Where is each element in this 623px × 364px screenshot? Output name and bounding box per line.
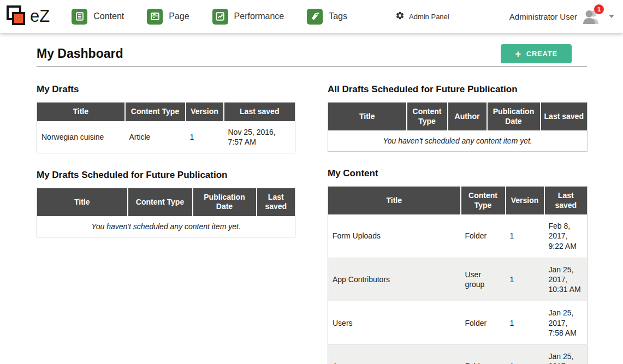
all-drafts-scheduled-panel: All Drafts Scheduled for Future Publicat… — [328, 84, 587, 152]
empty-row: You haven't scheduled any content item y… — [37, 216, 295, 237]
user-avatar-button[interactable]: 1 — [582, 9, 601, 24]
table-header-row: Title Content Type Publication Date Last… — [37, 188, 295, 216]
my-content-panel: My Content Title Content Type Version La… — [328, 168, 587, 364]
cell-title: App Contributors — [328, 258, 461, 301]
my-drafts-panel: My Drafts Title Content Type Version Las… — [37, 84, 295, 153]
admin-panel-label: Admin Panel — [409, 13, 449, 21]
column-header-content-type: Content Type — [461, 187, 506, 215]
cell-content-type: Article — [125, 121, 186, 153]
cell-version: 1 — [506, 258, 544, 301]
table-header-row: Title Content Type Version Last saved — [37, 103, 295, 121]
column-header-publication-date: Publication Date — [487, 103, 541, 131]
column-header-content-type: Content Type — [128, 188, 193, 216]
column-header-title: Title — [328, 103, 407, 131]
column-header-title: Title — [328, 187, 461, 215]
notification-badge: 1 — [594, 4, 604, 14]
column-header-version: Version — [506, 187, 544, 215]
nav-item-performance[interactable]: Performance — [212, 9, 284, 25]
ez-logo-icon — [5, 4, 26, 29]
table-header-row: Title Content Type Author Publication Da… — [328, 103, 588, 131]
plus-icon: + — [515, 51, 521, 57]
table-row[interactable]: Norwegian cuisine Article 1 Nov 25, 2016… — [37, 121, 295, 153]
column-header-content-type: Content Type — [125, 103, 186, 121]
cell-last-saved: Jan 25, 2017, 7:55 AM — [544, 344, 588, 364]
my-drafts-scheduled-panel: My Drafts Scheduled for Future Publicati… — [37, 170, 295, 237]
nav-item-content[interactable]: Content — [72, 9, 124, 25]
main-nav: Content Page Performance — [72, 9, 347, 25]
page-title: My Dashboard — [37, 46, 123, 61]
content-icon — [72, 9, 87, 25]
cell-last-saved: Nov 25, 2016, 7:57 AM — [224, 121, 295, 153]
chevron-down-icon[interactable] — [609, 15, 614, 18]
admin-panel-button[interactable]: Admin Panel — [395, 11, 449, 22]
nav-label-performance: Performance — [234, 11, 284, 21]
cell-content-type: Folder — [461, 301, 506, 345]
gear-icon — [395, 11, 405, 22]
empty-message: You haven't scheduled any content item y… — [328, 130, 588, 152]
column-header-publication-date: Publication Date — [193, 188, 257, 216]
column-header-content-type: Content Type — [407, 103, 448, 131]
column-header-last-saved: Last saved — [544, 187, 588, 215]
column-header-title: Title — [37, 188, 128, 216]
page-icon — [147, 9, 163, 25]
column-header-version: Version — [186, 103, 224, 121]
table-row[interactable]: App Contributors User group 1 Jan 25, 20… — [328, 258, 588, 301]
all-drafts-scheduled-heading: All Drafts Scheduled for Future Publicat… — [328, 84, 587, 95]
cell-title: Form Uploads — [328, 214, 461, 258]
table-header-row: Title Content Type Version Last saved — [328, 187, 588, 215]
user-menu: Administrator User 1 — [509, 9, 614, 24]
empty-row: You haven't scheduled any content item y… — [328, 130, 588, 152]
nav-item-tags[interactable]: Tags — [307, 9, 347, 25]
column-header-title: Title — [37, 103, 125, 121]
create-button[interactable]: + CREATE — [501, 44, 572, 63]
table-row[interactable]: Users Folder 1 Jan 25, 2017, 7:58 AM — [328, 301, 588, 345]
cell-content-type: Folder — [461, 344, 506, 364]
cell-last-saved: Jan 25, 2017, 10:31 AM — [544, 258, 588, 301]
performance-icon — [212, 9, 228, 25]
cell-version: 1 — [506, 301, 544, 345]
cell-title: Users — [328, 301, 461, 345]
my-drafts-table: Title Content Type Version Last saved No… — [37, 102, 295, 153]
column-header-last-saved: Last saved — [257, 188, 295, 216]
cell-content-type: Folder — [461, 214, 506, 258]
my-drafts-scheduled-table: Title Content Type Publication Date Last… — [37, 188, 295, 237]
all-drafts-scheduled-table: Title Content Type Author Publication Da… — [328, 102, 588, 152]
cell-content-type: User group — [461, 258, 506, 301]
dashboard-page: My Dashboard + CREATE My Drafts Title Co… — [37, 44, 587, 364]
cell-version: 1 — [506, 214, 544, 258]
cell-last-saved: Jan 25, 2017, 7:58 AM — [544, 301, 588, 345]
top-bar: eZ Content Pag — [0, 0, 623, 33]
ez-logo[interactable]: eZ — [5, 4, 50, 29]
cell-version: 1 — [186, 121, 224, 153]
cell-title: App — [328, 344, 461, 364]
cell-version: 1 — [506, 344, 544, 364]
column-header-last-saved: Last saved — [541, 103, 588, 131]
column-header-last-saved: Last saved — [224, 103, 295, 121]
ez-logo-text: eZ — [30, 7, 50, 26]
nav-label-content: Content — [93, 11, 124, 21]
tags-icon — [307, 9, 323, 25]
user-name: Administrator User — [509, 12, 577, 21]
page-title-row: My Dashboard + CREATE — [37, 44, 587, 67]
my-drafts-scheduled-heading: My Drafts Scheduled for Future Publicati… — [37, 170, 295, 181]
create-button-label: CREATE — [526, 50, 557, 58]
column-header-author: Author — [448, 103, 487, 131]
cell-title: Norwegian cuisine — [37, 121, 125, 153]
nav-label-tags: Tags — [329, 11, 347, 21]
nav-label-page: Page — [169, 11, 189, 21]
table-row[interactable]: App Folder 1 Jan 25, 2017, 7:55 AM — [328, 344, 588, 364]
empty-message: You haven't scheduled any content item y… — [37, 216, 295, 237]
nav-item-page[interactable]: Page — [147, 9, 189, 25]
my-content-heading: My Content — [328, 168, 587, 179]
cell-last-saved: Feb 8, 2017, 9:22 AM — [544, 214, 588, 258]
my-drafts-heading: My Drafts — [37, 84, 295, 95]
table-row[interactable]: Form Uploads Folder 1 Feb 8, 2017, 9:22 … — [328, 214, 588, 258]
my-content-table: Title Content Type Version Last saved Fo… — [328, 186, 588, 364]
